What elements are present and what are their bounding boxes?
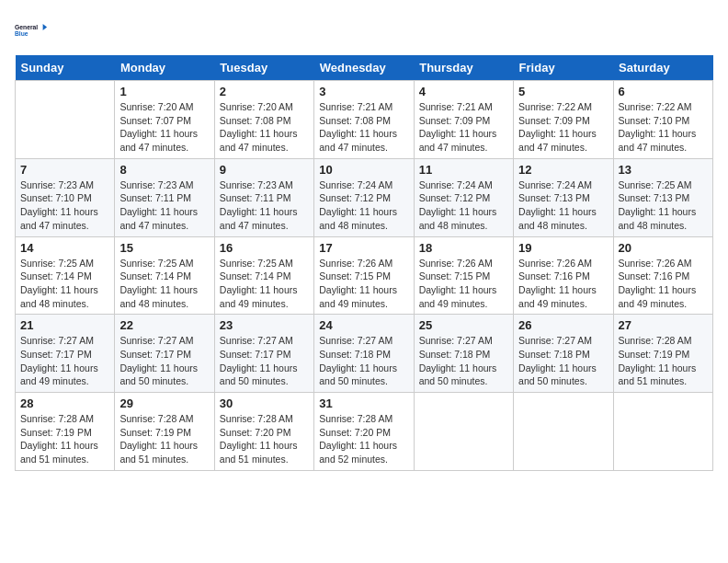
calendar-cell: 18Sunrise: 7:26 AMSunset: 7:15 PMDayligh… [414, 236, 513, 315]
day-number: 30 [220, 396, 309, 410]
day-info: Sunrise: 7:25 AMSunset: 7:14 PMDaylight:… [220, 257, 309, 311]
day-info: Sunrise: 7:25 AMSunset: 7:14 PMDaylight:… [119, 257, 209, 311]
weekday-header-friday: Friday [514, 55, 613, 81]
calendar-cell: 26Sunrise: 7:27 AMSunset: 7:18 PMDayligh… [514, 315, 613, 393]
day-info: Sunrise: 7:28 AMSunset: 7:20 PMDaylight:… [319, 412, 408, 466]
calendar-cell: 17Sunrise: 7:26 AMSunset: 7:15 PMDayligh… [314, 236, 414, 315]
weekday-header-tuesday: Tuesday [214, 55, 313, 81]
calendar-cell: 31Sunrise: 7:28 AMSunset: 7:20 PMDayligh… [314, 393, 414, 471]
day-number: 6 [619, 85, 708, 98]
day-info: Sunrise: 7:23 AMSunset: 7:11 PMDaylight:… [119, 178, 209, 233]
calendar-cell: 5Sunrise: 7:22 AMSunset: 7:09 PMDaylight… [514, 81, 613, 159]
day-number: 5 [518, 85, 608, 98]
calendar-cell: 16Sunrise: 7:25 AMSunset: 7:14 PMDayligh… [214, 236, 313, 315]
day-number: 2 [220, 85, 309, 98]
day-info: Sunrise: 7:26 AMSunset: 7:16 PMDaylight:… [619, 257, 708, 311]
calendar-cell: 24Sunrise: 7:27 AMSunset: 7:18 PMDayligh… [314, 315, 414, 393]
day-info: Sunrise: 7:25 AMSunset: 7:13 PMDaylight:… [619, 178, 708, 233]
day-number: 28 [20, 396, 109, 410]
day-info: Sunrise: 7:24 AMSunset: 7:13 PMDaylight:… [518, 178, 608, 233]
calendar-cell [514, 393, 613, 471]
calendar-cell: 30Sunrise: 7:28 AMSunset: 7:20 PMDayligh… [214, 393, 313, 471]
day-info: Sunrise: 7:28 AMSunset: 7:19 PMDaylight:… [20, 412, 109, 466]
day-info: Sunrise: 7:28 AMSunset: 7:19 PMDaylight:… [119, 412, 209, 466]
day-info: Sunrise: 7:27 AMSunset: 7:18 PMDaylight:… [518, 334, 608, 388]
calendar-cell: 6Sunrise: 7:22 AMSunset: 7:10 PMDaylight… [613, 81, 712, 159]
calendar-cell: 8Sunrise: 7:23 AMSunset: 7:11 PMDaylight… [115, 158, 214, 236]
calendar-cell: 20Sunrise: 7:26 AMSunset: 7:16 PMDayligh… [613, 236, 712, 315]
calendar-cell [414, 393, 513, 471]
day-number: 1 [119, 85, 209, 98]
calendar-cell: 21Sunrise: 7:27 AMSunset: 7:17 PMDayligh… [16, 315, 115, 393]
day-info: Sunrise: 7:27 AMSunset: 7:18 PMDaylight:… [319, 334, 408, 388]
day-info: Sunrise: 7:24 AMSunset: 7:12 PMDaylight:… [419, 178, 508, 233]
day-number: 22 [119, 318, 209, 332]
weekday-header-wednesday: Wednesday [314, 55, 414, 81]
calendar-cell: 28Sunrise: 7:28 AMSunset: 7:19 PMDayligh… [16, 393, 115, 471]
day-info: Sunrise: 7:25 AMSunset: 7:14 PMDaylight:… [20, 257, 109, 311]
day-info: Sunrise: 7:27 AMSunset: 7:17 PMDaylight:… [20, 334, 109, 388]
day-info: Sunrise: 7:26 AMSunset: 7:16 PMDaylight:… [518, 257, 608, 311]
day-number: 8 [119, 163, 209, 177]
day-info: Sunrise: 7:26 AMSunset: 7:15 PMDaylight:… [319, 257, 408, 311]
calendar-cell: 12Sunrise: 7:24 AMSunset: 7:13 PMDayligh… [514, 158, 613, 236]
weekday-header-row: SundayMondayTuesdayWednesdayThursdayFrid… [16, 55, 713, 81]
day-info: Sunrise: 7:20 AMSunset: 7:08 PMDaylight:… [220, 100, 309, 155]
day-number: 21 [20, 318, 109, 332]
day-number: 23 [220, 318, 309, 332]
day-number: 7 [20, 163, 109, 177]
day-number: 12 [518, 163, 608, 177]
calendar-cell: 1Sunrise: 7:20 AMSunset: 7:07 PMDaylight… [115, 81, 214, 159]
day-number: 29 [119, 396, 209, 410]
weekday-header-saturday: Saturday [613, 55, 712, 81]
day-number: 26 [518, 318, 608, 332]
day-info: Sunrise: 7:27 AMSunset: 7:17 PMDaylight:… [220, 334, 309, 388]
day-info: Sunrise: 7:26 AMSunset: 7:15 PMDaylight:… [419, 257, 508, 311]
calendar-cell: 23Sunrise: 7:27 AMSunset: 7:17 PMDayligh… [214, 315, 313, 393]
day-number: 18 [419, 241, 508, 255]
calendar-cell: 15Sunrise: 7:25 AMSunset: 7:14 PMDayligh… [115, 236, 214, 315]
day-number: 19 [518, 241, 608, 255]
calendar-cell: 7Sunrise: 7:23 AMSunset: 7:10 PMDaylight… [16, 158, 115, 236]
calendar-cell: 2Sunrise: 7:20 AMSunset: 7:08 PMDaylight… [214, 81, 313, 159]
day-number: 11 [419, 163, 508, 177]
calendar-cell: 10Sunrise: 7:24 AMSunset: 7:12 PMDayligh… [314, 158, 414, 236]
day-info: Sunrise: 7:27 AMSunset: 7:18 PMDaylight:… [419, 334, 508, 388]
weekday-header-monday: Monday [115, 55, 214, 81]
calendar-cell [613, 393, 712, 471]
day-number: 25 [419, 318, 508, 332]
day-number: 17 [319, 241, 408, 255]
calendar-cell: 29Sunrise: 7:28 AMSunset: 7:19 PMDayligh… [115, 393, 214, 471]
svg-text:Blue: Blue [15, 30, 28, 37]
calendar-cell: 19Sunrise: 7:26 AMSunset: 7:16 PMDayligh… [514, 236, 613, 315]
day-number: 14 [20, 241, 109, 255]
calendar-cell: 27Sunrise: 7:28 AMSunset: 7:19 PMDayligh… [613, 315, 712, 393]
calendar-cell: 25Sunrise: 7:27 AMSunset: 7:18 PMDayligh… [414, 315, 513, 393]
week-row-3: 14Sunrise: 7:25 AMSunset: 7:14 PMDayligh… [16, 236, 713, 315]
calendar-cell: 22Sunrise: 7:27 AMSunset: 7:17 PMDayligh… [115, 315, 214, 393]
calendar-cell: 4Sunrise: 7:21 AMSunset: 7:09 PMDaylight… [414, 81, 513, 159]
day-info: Sunrise: 7:28 AMSunset: 7:19 PMDaylight:… [619, 334, 708, 388]
day-number: 10 [319, 163, 408, 177]
day-info: Sunrise: 7:24 AMSunset: 7:12 PMDaylight:… [319, 178, 408, 233]
day-info: Sunrise: 7:21 AMSunset: 7:09 PMDaylight:… [419, 100, 508, 155]
logo-icon: GeneralBlue [15, 15, 48, 48]
calendar-cell: 11Sunrise: 7:24 AMSunset: 7:12 PMDayligh… [414, 158, 513, 236]
day-info: Sunrise: 7:20 AMSunset: 7:07 PMDaylight:… [119, 100, 209, 155]
day-number: 9 [220, 163, 309, 177]
day-info: Sunrise: 7:23 AMSunset: 7:11 PMDaylight:… [220, 178, 309, 233]
day-number: 27 [619, 318, 708, 332]
calendar-cell: 3Sunrise: 7:21 AMSunset: 7:08 PMDaylight… [314, 81, 414, 159]
day-number: 16 [220, 241, 309, 255]
week-row-1: 1Sunrise: 7:20 AMSunset: 7:07 PMDaylight… [16, 81, 713, 159]
day-info: Sunrise: 7:23 AMSunset: 7:10 PMDaylight:… [20, 178, 109, 233]
svg-marker-2 [43, 24, 48, 30]
calendar-cell: 9Sunrise: 7:23 AMSunset: 7:11 PMDaylight… [214, 158, 313, 236]
day-number: 4 [419, 85, 508, 98]
day-number: 20 [619, 241, 708, 255]
calendar-table: SundayMondayTuesdayWednesdayThursdayFrid… [15, 55, 713, 471]
week-row-4: 21Sunrise: 7:27 AMSunset: 7:17 PMDayligh… [16, 315, 713, 393]
calendar-cell: 13Sunrise: 7:25 AMSunset: 7:13 PMDayligh… [613, 158, 712, 236]
day-info: Sunrise: 7:27 AMSunset: 7:17 PMDaylight:… [119, 334, 209, 388]
calendar-cell: 14Sunrise: 7:25 AMSunset: 7:14 PMDayligh… [16, 236, 115, 315]
